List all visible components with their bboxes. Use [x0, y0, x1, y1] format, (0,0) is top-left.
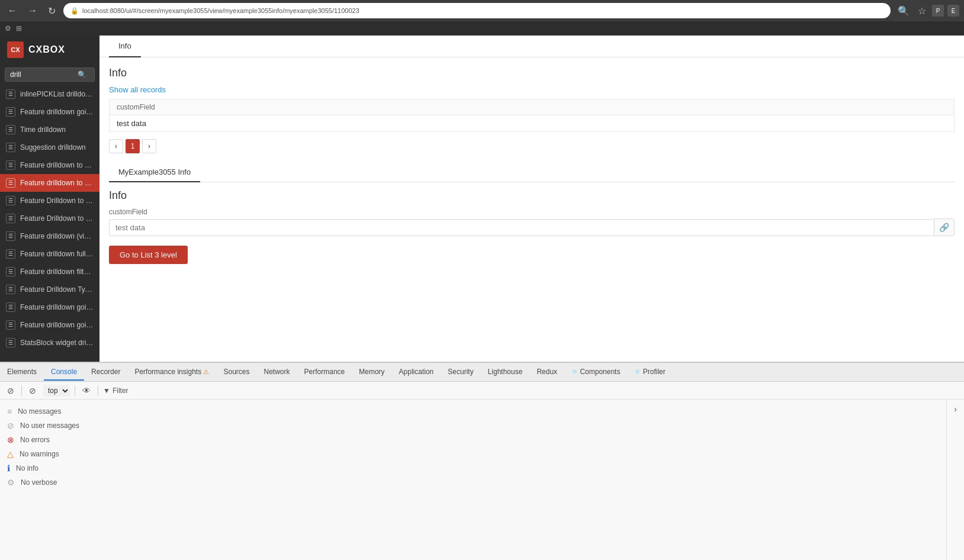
tab-myexample3055-info[interactable]: MyExample3055 Info: [109, 163, 200, 182]
sidebar-item[interactable]: ☰Feature Drilldown Types: [0, 281, 99, 298]
devtools-tab-performance-insights[interactable]: Performance insights ⚠: [127, 364, 216, 381]
react-icon: ⚛: [571, 368, 578, 376]
perf-warning-icon: ⚠: [203, 368, 209, 375]
prev-page-button[interactable]: ‹: [109, 139, 123, 153]
console-text: No user messages: [20, 421, 79, 430]
sidebar-item-icon: ☰: [6, 320, 15, 330]
console-icon: ⊗: [7, 435, 14, 445]
sidebar-item[interactable]: ☰Feature drilldown going f: [0, 298, 99, 316]
sidebar-item[interactable]: ☰Feature drilldown to scre: [0, 156, 99, 174]
lock-icon: 🔒: [70, 7, 79, 15]
react-icon: ⚛: [634, 368, 641, 376]
console-message: ⊗No errors: [0, 433, 946, 447]
devtools-tab-console[interactable]: Console: [44, 364, 84, 381]
sidebar-logo: CX CXBOX: [0, 36, 99, 64]
sidebar-item[interactable]: ☰StatsBlock widget drilldo: [0, 334, 99, 352]
sidebar-item-label: Feature drilldown to scre: [20, 161, 94, 169]
table-row: test data: [109, 115, 955, 132]
sidebar-item-label: Feature drilldown filter gr: [20, 268, 94, 276]
pagination: ‹ 1 ›: [109, 139, 955, 153]
console-panel: ≡No messages⊘No user messages⊗No errors△…: [0, 400, 946, 560]
console-icon: ≡: [7, 407, 12, 416]
sidebar-item[interactable]: ☰Feature drilldown (visuall: [0, 227, 99, 245]
devtools-tab-components[interactable]: ⚛ Components: [564, 364, 627, 381]
clear-console-icon[interactable]: ⊘: [5, 385, 17, 397]
reload-button[interactable]: ↻: [45, 4, 59, 18]
sidebar-item-label: inlinePICKList drilldown: [20, 90, 94, 98]
filter-icon: ▼: [103, 387, 110, 395]
sidebar-item-label: Feature drilldown fullText: [20, 250, 94, 258]
profile-icon[interactable]: P: [932, 5, 944, 17]
console-icon: ⊘: [7, 421, 14, 430]
console-icon: △: [7, 449, 14, 459]
sidebar-item-icon: ☰: [6, 160, 15, 170]
zoom-button[interactable]: 🔍: [895, 4, 912, 18]
url-text: localhost:8080/ui/#/screen/myexample3055…: [82, 7, 359, 14]
next-page-button[interactable]: ›: [142, 139, 156, 153]
devtools-tab-sources[interactable]: Sources: [216, 364, 256, 381]
sidebar-item-icon: ☰: [6, 338, 15, 347]
devtools: ElementsConsoleRecorderPerformance insig…: [0, 362, 964, 560]
sidebar-item[interactable]: ☰Time drilldown: [0, 121, 99, 139]
context-select[interactable]: top: [43, 385, 70, 397]
sidebar-item-label: Feature drilldown going b: [20, 108, 94, 116]
console-icon: ℹ: [7, 464, 10, 473]
toolbar-divider-2: [75, 385, 75, 396]
eye-icon[interactable]: 👁: [80, 385, 93, 397]
sidebar-item[interactable]: ☰inlinePICKList drilldown: [0, 85, 99, 103]
sidebar-item-label: Feature Drilldown to view: [20, 214, 94, 223]
devtools-tab-redux[interactable]: Redux: [529, 364, 564, 381]
devtools-tab-profiler[interactable]: ⚛ Profiler: [627, 364, 672, 381]
sidebar-item[interactable]: ☰Feature Drilldown to view: [0, 210, 99, 227]
sidebar-item-icon: ☰: [6, 89, 15, 99]
tab-info[interactable]: Info: [109, 36, 141, 57]
sidebar-item[interactable]: ☰Feature drilldown filter gr: [0, 263, 99, 281]
sidebar-item-label: Suggestion drilldown: [20, 143, 86, 152]
sidebar-item-icon: ☰: [6, 302, 15, 312]
show-all-records-link[interactable]: Show all records: [109, 85, 166, 94]
go-to-list-button[interactable]: Go to List 3 level: [109, 246, 188, 264]
devtools-tab-security[interactable]: Security: [441, 364, 480, 381]
filter-button[interactable]: ▼ Filter: [103, 387, 128, 395]
back-button[interactable]: ←: [5, 4, 20, 17]
custom-field-input[interactable]: [109, 219, 934, 236]
link-icon[interactable]: 🔗: [934, 218, 955, 236]
devtools-tab-recorder[interactable]: Recorder: [84, 364, 127, 381]
sidebar-item-label: Feature drilldown to othe: [20, 179, 94, 187]
devtools-tab-network[interactable]: Network: [257, 364, 297, 381]
extension-icon[interactable]: E: [947, 5, 959, 17]
sidebar-item[interactable]: ☰Feature Drilldown to view: [0, 192, 99, 210]
devtools-tab-memory[interactable]: Memory: [352, 364, 391, 381]
sidebar-item[interactable]: ☰Suggestion drilldown: [0, 139, 99, 156]
sidebar-item-icon: ☰: [6, 196, 15, 205]
forward-button[interactable]: →: [25, 4, 40, 17]
ext-icon-2[interactable]: ⊞: [16, 24, 22, 33]
sidebar-item[interactable]: ☰Feature drilldown going b: [0, 316, 99, 334]
devtools-tab-elements[interactable]: Elements: [0, 364, 44, 381]
expand-arrow-icon[interactable]: ›: [952, 402, 959, 416]
table-header: customField: [109, 99, 955, 115]
sidebar: CX CXBOX 🔍 ☰inlinePICKList drilldown☰Fea…: [0, 36, 99, 362]
sidebar-item[interactable]: ☰Feature drilldown to othe: [0, 174, 99, 192]
address-bar[interactable]: 🔒 localhost:8080/ui/#/screen/myexample30…: [63, 3, 891, 18]
console-text: No messages: [18, 407, 61, 416]
search-icon: 🔍: [78, 70, 86, 79]
devtools-body: ≡No messages⊘No user messages⊗No errors△…: [0, 400, 964, 560]
devtools-side-panel: ›: [946, 400, 964, 560]
console-message: ℹNo info: [0, 461, 946, 475]
devtools-tab-application[interactable]: Application: [392, 364, 441, 381]
ext-icon-1[interactable]: ⚙: [5, 24, 11, 33]
sidebar-item[interactable]: ☰Feature drilldown going b: [0, 103, 99, 121]
sub-tabs: MyExample3055 Info: [109, 163, 955, 182]
sidebar-item-icon: ☰: [6, 107, 15, 117]
main-tabs: Info: [99, 36, 964, 57]
devtools-tab-performance[interactable]: Performance: [297, 364, 352, 381]
devtools-tab-lighthouse[interactable]: Lighthouse: [481, 364, 530, 381]
sidebar-item[interactable]: ☰Feature drilldown fullText: [0, 245, 99, 263]
current-page-button[interactable]: 1: [126, 139, 140, 153]
sidebar-item-icon: ☰: [6, 178, 15, 188]
block-icon[interactable]: ⊘: [27, 385, 38, 397]
sidebar-item-label: Feature drilldown going f: [20, 303, 94, 311]
console-message: ≡No messages: [0, 404, 946, 419]
bookmark-button[interactable]: ☆: [915, 4, 928, 18]
